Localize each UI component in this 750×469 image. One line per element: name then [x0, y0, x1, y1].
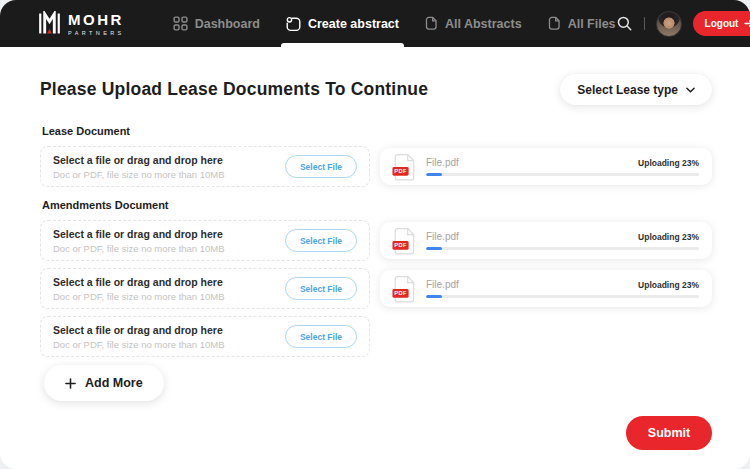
nav-item-dashboard[interactable]: Dashboard — [173, 0, 260, 47]
progress-bar-track — [426, 173, 699, 176]
pdf-badge-label: PDF — [394, 242, 407, 248]
plus-icon — [65, 378, 76, 389]
nav-item-all-files[interactable]: All Files — [548, 0, 616, 47]
amendment-upload-dropzone-2[interactable]: Select a file or drag and drop here Doc … — [40, 268, 370, 309]
progress-bar-fill — [426, 247, 442, 250]
navbar-right: Logout — [616, 11, 750, 37]
file-name: File.pdf — [426, 231, 459, 242]
lease-upload-dropzone[interactable]: Select a file or drag and drop here Doc … — [40, 146, 370, 187]
nav-label-all-abstracts: All Abstracts — [445, 17, 522, 31]
pdf-badge-label: PDF — [394, 290, 407, 296]
pdf-badge-label: PDF — [394, 168, 407, 174]
upload-status: Uploading 23% — [638, 280, 699, 290]
page-title: Please Upload Lease Documents To Continu… — [40, 79, 428, 100]
upload-status: Uploading 23% — [638, 232, 699, 242]
header-row: Please Upload Lease Documents To Continu… — [40, 74, 712, 105]
select-lease-type-dropdown[interactable]: Select Lease type — [560, 74, 712, 105]
select-file-button[interactable]: Select File — [285, 325, 357, 348]
grid-icon — [173, 16, 188, 31]
logout-icon — [744, 18, 750, 29]
nav-label-dashboard: Dashboard — [195, 17, 260, 31]
clipboard-icon — [286, 16, 301, 32]
file-name: File.pdf — [426, 279, 459, 290]
pdf-file-icon: PDF — [392, 153, 416, 181]
pdf-file-icon: PDF — [392, 275, 416, 303]
file-icon — [425, 16, 438, 31]
upload-title: Select a file or drag and drop here — [53, 228, 225, 240]
section-label-amendments: Amendments Document — [42, 199, 710, 211]
logout-button[interactable]: Logout — [693, 11, 750, 36]
upload-progress-card: PDF File.pdf Uploading 23% — [380, 148, 712, 185]
upload-texts: Select a file or drag and drop here Doc … — [53, 228, 225, 254]
user-avatar[interactable] — [656, 11, 682, 37]
file-name: File.pdf — [426, 157, 459, 168]
upload-subtitle: Doc or PDF, file size no more than 10MB — [53, 169, 225, 180]
progress-bar-track — [426, 295, 699, 298]
nav-item-create-abstract[interactable]: Create abstract — [286, 0, 399, 47]
pdf-file-icon: PDF — [392, 227, 416, 255]
nav-item-all-abstracts[interactable]: All Abstracts — [425, 0, 522, 47]
search-icon[interactable] — [616, 15, 633, 32]
brand-text: MOHR PARTNERS — [68, 12, 125, 36]
upload-texts: Select a file or drag and drop here Doc … — [53, 154, 225, 180]
select-file-button[interactable]: Select File — [285, 229, 357, 252]
main-content: Please Upload Lease Documents To Continu… — [0, 47, 750, 450]
file-info: File.pdf Uploading 23% — [426, 231, 699, 250]
file-info: File.pdf Uploading 23% — [426, 157, 699, 176]
navbar-divider — [644, 17, 645, 30]
file-icon — [548, 16, 561, 31]
upload-progress-card: PDF File.pdf Uploading 23% — [380, 222, 712, 259]
add-more-label: Add More — [85, 376, 143, 390]
brand-subtitle: PARTNERS — [68, 30, 125, 36]
mohr-logo-icon — [38, 11, 61, 36]
brand-title: MOHR — [68, 12, 125, 27]
upload-status: Uploading 23% — [638, 158, 699, 168]
amendment-upload-dropzone-1[interactable]: Select a file or drag and drop here Doc … — [40, 220, 370, 261]
upload-row: Select a file or drag and drop here Doc … — [40, 220, 712, 261]
upload-title: Select a file or drag and drop here — [53, 324, 225, 336]
upload-texts: Select a file or drag and drop here Doc … — [53, 276, 225, 302]
upload-subtitle: Doc or PDF, file size no more than 10MB — [53, 243, 225, 254]
upload-row: Select a file or drag and drop here Doc … — [40, 146, 712, 187]
upload-title: Select a file or drag and drop here — [53, 276, 225, 288]
progress-bar-fill — [426, 173, 442, 176]
brand-logo[interactable]: MOHR PARTNERS — [38, 11, 125, 36]
progress-bar-fill — [426, 295, 442, 298]
chevron-down-icon — [686, 87, 695, 93]
app-window: MOHR PARTNERS Dashboard Create abst — [0, 0, 750, 469]
nav-label-all-files: All Files — [568, 17, 616, 31]
section-label-lease: Lease Document — [42, 125, 710, 137]
add-more-button[interactable]: Add More — [44, 365, 164, 401]
select-file-button[interactable]: Select File — [285, 277, 357, 300]
submit-button[interactable]: Submit — [626, 416, 712, 450]
logout-label: Logout — [705, 18, 739, 29]
submit-row: Submit — [40, 416, 712, 450]
nav-menu: Dashboard Create abstract All Abstracts — [173, 0, 616, 47]
nav-label-create-abstract: Create abstract — [308, 17, 399, 31]
upload-subtitle: Doc or PDF, file size no more than 10MB — [53, 339, 225, 350]
select-file-button[interactable]: Select File — [285, 155, 357, 178]
upload-row: Select a file or drag and drop here Doc … — [40, 268, 712, 309]
upload-progress-card: PDF File.pdf Uploading 23% — [380, 270, 712, 307]
amendment-upload-dropzone-3[interactable]: Select a file or drag and drop here Doc … — [40, 316, 370, 357]
progress-bar-track — [426, 247, 699, 250]
select-lease-type-label: Select Lease type — [577, 83, 678, 97]
upload-texts: Select a file or drag and drop here Doc … — [53, 324, 225, 350]
upload-subtitle: Doc or PDF, file size no more than 10MB — [53, 291, 225, 302]
upload-row: Select a file or drag and drop here Doc … — [40, 316, 712, 357]
upload-title: Select a file or drag and drop here — [53, 154, 225, 166]
file-info: File.pdf Uploading 23% — [426, 279, 699, 298]
top-navbar: MOHR PARTNERS Dashboard Create abst — [0, 0, 750, 47]
